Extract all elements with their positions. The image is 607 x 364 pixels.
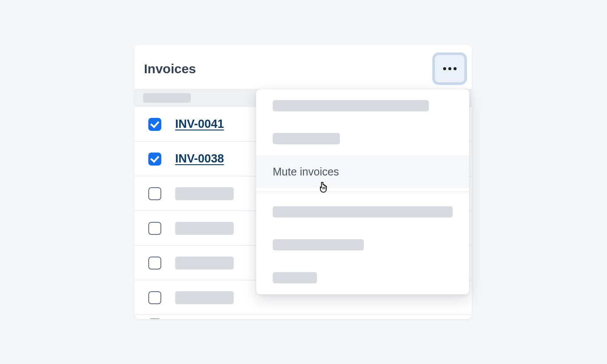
invoice-placeholder <box>175 291 234 304</box>
invoice-placeholder <box>175 187 234 200</box>
menu-item[interactable] <box>256 89 469 122</box>
row-checkbox[interactable] <box>148 222 161 235</box>
menu-item-placeholder <box>273 206 453 218</box>
menu-item-placeholder <box>273 239 364 250</box>
invoice-link[interactable]: INV-0041 <box>175 117 224 131</box>
table-row[interactable]: INV-0034 12/02/2020 NZ$700.15 <box>134 315 472 319</box>
row-checkbox[interactable] <box>148 187 161 200</box>
menu-item[interactable] <box>256 261 469 294</box>
invoice-link[interactable]: INV-0038 <box>175 152 224 166</box>
panel-title: Invoices <box>144 62 196 76</box>
ellipsis-icon <box>448 67 451 70</box>
row-checkbox[interactable] <box>148 318 161 319</box>
invoice-placeholder <box>175 257 234 270</box>
panel-header: Invoices <box>134 45 472 89</box>
menu-item[interactable] <box>256 195 469 228</box>
menu-item-mute-invoices[interactable]: Mute invoices <box>256 155 469 188</box>
row-checkbox[interactable] <box>148 291 161 304</box>
invoice-placeholder <box>175 222 234 235</box>
row-checkbox[interactable] <box>148 118 161 131</box>
row-checkbox[interactable] <box>148 153 161 166</box>
ellipsis-icon <box>443 67 446 70</box>
row-checkbox[interactable] <box>148 257 161 270</box>
menu-item[interactable] <box>256 228 469 261</box>
totals-label-placeholder <box>143 93 191 103</box>
ellipsis-icon <box>454 67 457 70</box>
more-actions-button[interactable] <box>434 55 465 83</box>
menu-item-label: Mute invoices <box>273 166 339 178</box>
menu-item[interactable] <box>256 122 469 155</box>
menu-item-placeholder <box>273 100 429 111</box>
menu-item-placeholder <box>273 133 340 144</box>
actions-menu: Mute invoices <box>256 89 470 295</box>
menu-separator <box>256 192 469 192</box>
menu-item-placeholder <box>273 272 317 283</box>
